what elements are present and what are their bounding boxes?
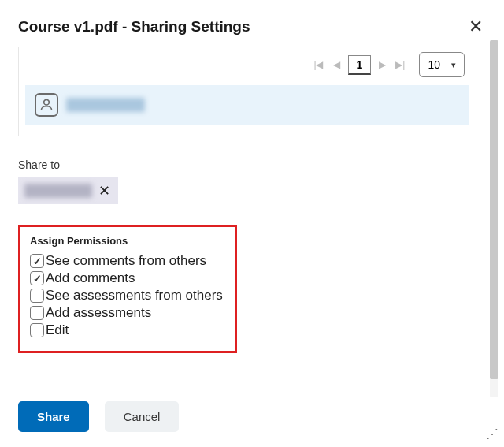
permission-row: Add assessments [30,305,225,321]
page-last-icon[interactable]: ▶| [394,58,406,72]
dialog-title: Course v1.pdf - Sharing Settings [18,18,250,35]
permission-label: Add comments [46,270,135,286]
permission-row: Edit [30,322,225,338]
user-list-panel: |◀ ◀ 1 ▶ ▶| 10 ▾ [18,47,476,136]
share-to-chip: ✕ [18,177,118,204]
scrollbar-thumb[interactable] [490,40,498,379]
share-to-label: Share to [18,158,486,171]
close-icon[interactable]: ✕ [465,17,486,37]
scrollbar-track[interactable] [490,40,498,397]
page-number-input[interactable]: 1 [348,55,372,75]
avatar-icon [35,93,58,117]
page-first-icon[interactable]: |◀ [312,58,324,72]
dialog-footer: Share Cancel [18,401,179,432]
dialog-header: Course v1.pdf - Sharing Settings ✕ [18,17,486,37]
permission-label: Edit [46,322,69,338]
checkbox-add-comments[interactable] [30,271,44,285]
page-size-select[interactable]: 10 ▾ [419,52,465,77]
page-size-value: 10 [428,58,440,71]
permission-label: Add assessments [46,305,151,321]
user-name-redacted [66,98,145,112]
checkbox-see-comments[interactable] [30,254,44,268]
chip-name-redacted [24,184,92,198]
chevron-down-icon: ▾ [451,60,456,70]
permission-row: See assessments from others [30,288,225,304]
svg-point-0 [44,99,50,105]
sharing-settings-dialog: Course v1.pdf - Sharing Settings ✕ |◀ ◀ … [2,2,502,445]
permission-label: See assessments from others [46,288,223,304]
permission-label: See comments from others [46,253,206,269]
checkbox-add-assessments[interactable] [30,306,44,320]
cancel-button[interactable]: Cancel [105,401,180,432]
assign-permissions-box: Assign Permissions See comments from oth… [18,225,237,353]
checkbox-see-assessments[interactable] [30,289,44,303]
permission-row: See comments from others [30,253,225,269]
user-list-item[interactable] [25,85,469,125]
remove-chip-icon[interactable]: ✕ [97,182,112,199]
resize-grip-icon[interactable]: ⋰ [486,427,498,441]
permission-row: Add comments [30,270,225,286]
permissions-title: Assign Permissions [30,235,225,247]
page-prev-icon[interactable]: ◀ [332,58,342,72]
pagination-bar: |◀ ◀ 1 ▶ ▶| 10 ▾ [19,47,476,85]
share-button[interactable]: Share [18,401,89,432]
checkbox-edit[interactable] [30,323,44,337]
page-next-icon[interactable]: ▶ [377,58,387,72]
